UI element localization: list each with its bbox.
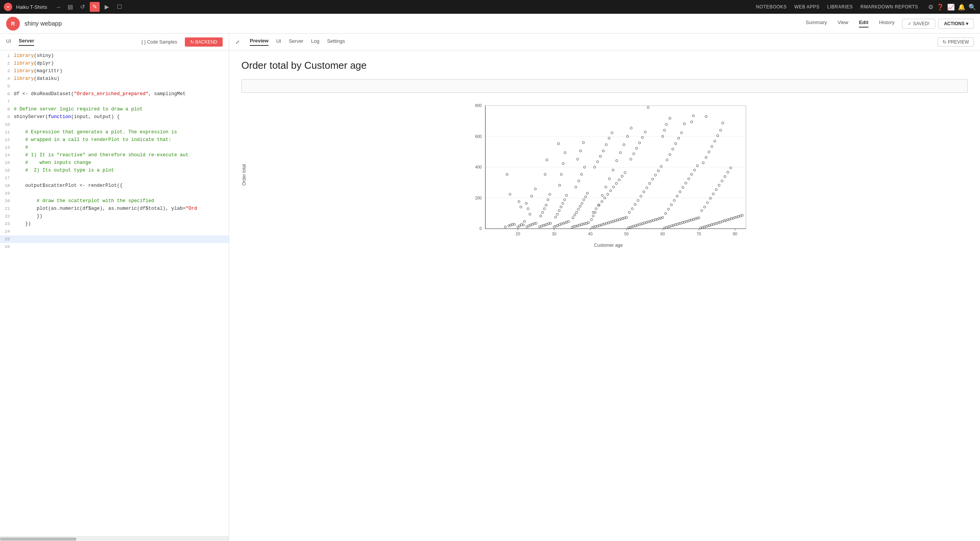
analytics-icon[interactable]: 📈: [947, 3, 955, 11]
tab-server-right[interactable]: Server: [289, 38, 303, 45]
svg-text:200: 200: [475, 196, 482, 200]
code-line: 15 # when inputs change: [0, 159, 229, 167]
app-header: R shiny webapp Summary View Edit History…: [0, 14, 980, 34]
code-line: 13 #: [0, 144, 229, 151]
code-line: 2 library(dplyr): [0, 60, 229, 67]
code-line: 12 # wrapped in a call to renderPlot to …: [0, 136, 229, 144]
top-nav-menu: NOTEBOOKS WEB APPS LIBRARIES RMARKDOWN R…: [756, 4, 918, 10]
search-icon[interactable]: 🔍: [969, 3, 976, 11]
logo-icon: ≈: [7, 5, 9, 9]
code-line: 1 library(shiny): [0, 52, 229, 60]
code-line: 3 library(magrittr): [0, 67, 229, 75]
code-line: 5: [0, 83, 229, 90]
nav-icon-refresh[interactable]: ↺: [78, 2, 87, 12]
app-header-nav: Summary View Edit History: [806, 19, 895, 28]
tab-settings[interactable]: Settings: [327, 38, 345, 45]
nav-icon-monitor[interactable]: ☐: [114, 2, 124, 12]
code-line: 6 df <- dkuReadDataset("Orders_enriched_…: [0, 90, 229, 98]
nav-history[interactable]: History: [879, 19, 894, 28]
shiny-logo-text: R: [11, 21, 15, 27]
code-line: 4 library(dataiku): [0, 75, 229, 83]
backend-button[interactable]: ↻ BACKEND: [185, 37, 223, 47]
code-line: 11 # Expression that generates a plot. T…: [0, 128, 229, 136]
code-line: 14 # 1) It is "reactive" and therefore s…: [0, 151, 229, 159]
scatter-plot-svg: 0 200 400 600: [249, 102, 968, 240]
svg-text:20: 20: [516, 232, 520, 236]
right-panel: ⤢ Preview UI Server Log Settings ↻ PREVI…: [229, 34, 980, 541]
code-editor[interactable]: 1 library(shiny) 2 library(dplyr) 3 libr…: [0, 50, 229, 536]
nav-edit[interactable]: Edit: [859, 19, 868, 28]
scatter-plot-container: Order total 0: [241, 102, 968, 248]
svg-text:70: 70: [697, 232, 701, 236]
right-tabs: ⤢ Preview UI Server Log Settings ↻ PREVI…: [229, 34, 980, 50]
nav-icon-edit-active[interactable]: ✎: [90, 2, 100, 12]
code-line: 7: [0, 98, 229, 105]
svg-text:800: 800: [475, 104, 482, 108]
tab-ui[interactable]: UI: [6, 38, 11, 45]
code-line: 18 output$scatterPlot <- renderPlot({: [0, 182, 229, 190]
code-line: 19: [0, 190, 229, 197]
nav-view[interactable]: View: [838, 19, 848, 28]
svg-text:40: 40: [588, 232, 593, 236]
tab-log[interactable]: Log: [311, 38, 319, 45]
y-axis-label: Order total: [241, 102, 247, 248]
svg-text:60: 60: [660, 232, 665, 236]
svg-text:0: 0: [480, 227, 482, 231]
code-line: 16 # 2) Its output type is a plot: [0, 167, 229, 174]
menu-webapps[interactable]: WEB APPS: [794, 4, 820, 10]
code-line: 24: [0, 228, 229, 235]
scatter-wrap: Order total 0: [241, 102, 968, 248]
left-panel: UI Server { } Code Samples ↻ BACKEND 1 l…: [0, 34, 229, 541]
svg-text:50: 50: [624, 232, 629, 236]
menu-notebooks[interactable]: NOTEBOOKS: [756, 4, 787, 10]
main-layout: UI Server { } Code Samples ↻ BACKEND 1 l…: [0, 34, 980, 541]
shiny-logo: R: [6, 17, 20, 31]
scatter-inner: 0 200 400 600: [249, 102, 968, 248]
code-scrollbar[interactable]: [0, 536, 229, 541]
chart-title: Order total by Customer age: [241, 60, 968, 71]
nav-icon-run[interactable]: ▶: [102, 2, 112, 12]
settings-icon[interactable]: ⚙: [928, 3, 933, 11]
svg-text:600: 600: [475, 134, 482, 139]
scatter-svg: 0 200 400 600: [249, 102, 968, 240]
top-nav: ≈ Haiku T-Shirts → ▤ ↺ ✎ ▶ ☐ NOTEBOOKS W…: [0, 0, 980, 14]
code-line: 23 }): [0, 220, 229, 228]
app-logo-small: ≈: [4, 3, 12, 11]
x-axis-label: Customer age: [249, 243, 968, 248]
menu-libraries[interactable]: LIBRARIES: [827, 4, 853, 10]
svg-text:80: 80: [733, 232, 737, 236]
notifications-icon[interactable]: 🔔: [958, 3, 965, 11]
tab-ui[interactable]: UI: [276, 38, 281, 45]
nav-icon-deploy[interactable]: ▤: [65, 2, 75, 12]
code-line: 20 # draw the scatterplot with the speci…: [0, 197, 229, 205]
app-title: shiny webapp: [24, 20, 62, 27]
tab-server[interactable]: Server: [19, 38, 34, 46]
code-line: 10: [0, 121, 229, 128]
actions-button[interactable]: ACTIONS ▾: [938, 19, 974, 29]
code-line: 21 plot(as.numeric(df$age), as.numeric(d…: [0, 205, 229, 212]
top-nav-right: ⚙ ❓ 📈 🔔 🔍: [928, 3, 976, 11]
scrollbar-thumb[interactable]: [0, 538, 76, 541]
code-line-active: 25: [0, 235, 229, 243]
chart-input-bar[interactable]: [241, 79, 968, 93]
app-name: Haiku T-Shirts: [16, 4, 47, 10]
tab-preview[interactable]: Preview: [250, 38, 268, 46]
nav-summary[interactable]: Summary: [806, 19, 827, 28]
code-line: 22 }): [0, 212, 229, 220]
code-line: 9 shinyServer(function(input, output) {: [0, 113, 229, 121]
code-samples-button[interactable]: { } Code Samples: [141, 39, 177, 45]
help-icon[interactable]: ❓: [936, 3, 944, 11]
svg-text:400: 400: [475, 165, 482, 169]
code-line: 8 # Define server logic required to draw…: [0, 105, 229, 113]
nav-icon-share[interactable]: →: [53, 2, 63, 12]
preview-content: Order total by Customer age Order total: [229, 50, 980, 541]
expand-icon[interactable]: ⤢: [235, 39, 240, 45]
saved-button[interactable]: ✓ SAVED!: [902, 19, 935, 29]
code-line: 17: [0, 174, 229, 182]
preview-button[interactable]: ↻ PREVIEW: [938, 37, 974, 47]
code-line: 26: [0, 243, 229, 251]
menu-rmarkdown[interactable]: RMARKDOWN REPORTS: [860, 4, 918, 10]
left-tabs: UI Server { } Code Samples ↻ BACKEND: [0, 34, 229, 50]
svg-text:30: 30: [552, 232, 556, 236]
